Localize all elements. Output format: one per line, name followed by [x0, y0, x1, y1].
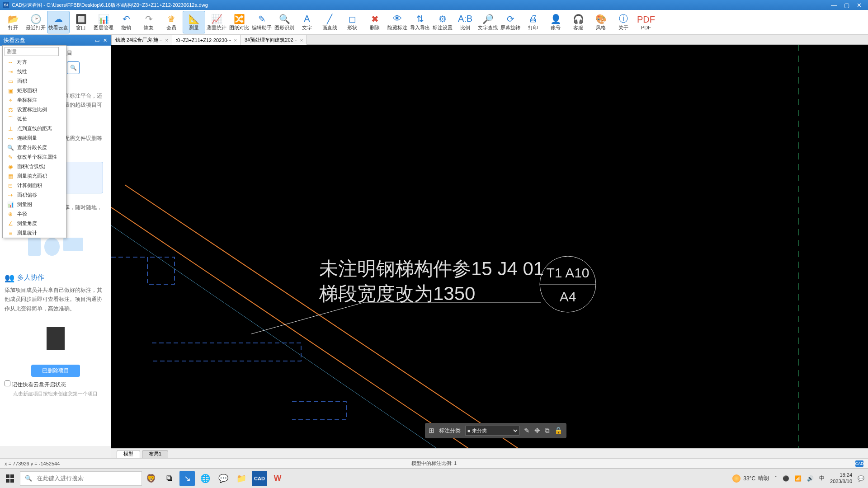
dropdown-item[interactable]: 📊测量图	[3, 200, 66, 209]
toolbar-recognize[interactable]: 🔍图形识别	[273, 11, 296, 33]
toolbar-support[interactable]: 🎧客服	[567, 11, 590, 33]
dropdown-item[interactable]: ⇢面积偏移	[3, 190, 66, 200]
deleted-projects-button[interactable]: 已删除项目	[31, 365, 80, 377]
redo-icon: ↷	[145, 14, 153, 24]
remember-checkbox[interactable]: 记住快看云盘开启状态	[5, 381, 66, 388]
dropdown-item[interactable]: ▣矩形面积	[3, 86, 66, 95]
taskview-icon[interactable]: ⧉	[161, 471, 177, 486]
dropdown-item[interactable]: ≡测量统计	[3, 228, 66, 238]
dropdown-item-icon: ✎	[7, 154, 14, 160]
taskbar-explorer[interactable]: 📁	[234, 471, 249, 486]
dropdown-item[interactable]: ⊟计算侧面积	[3, 181, 66, 190]
dropdown-item[interactable]: ⇥线性	[3, 67, 66, 76]
dropdown-item[interactable]: ▦测量填充面积	[3, 171, 66, 181]
toolbar-about[interactable]: ⓘ关于	[612, 11, 635, 33]
dropdown-item[interactable]: ⌒弧长	[3, 114, 66, 124]
print-icon: 🖨	[528, 14, 538, 24]
toolbar-compare[interactable]: 🔀图纸对比	[228, 11, 250, 33]
dropdown-filter-input[interactable]	[5, 47, 59, 56]
dropdown-item[interactable]: ↔对齐	[3, 57, 66, 67]
toolbar-scale[interactable]: A:B比例	[454, 11, 476, 33]
tray-notifications-icon[interactable]: 💬	[858, 475, 864, 482]
tray-ime[interactable]: 中	[819, 474, 825, 482]
toolbar-rotate[interactable]: ⟳屏幕旋转	[499, 11, 522, 33]
toolbar-layers[interactable]: 📊图层管理	[92, 11, 115, 33]
dropdown-item[interactable]: ▭面积	[3, 76, 66, 86]
toolbar-pdf[interactable]: PDFPDF	[635, 11, 657, 33]
toolbar-vip[interactable]: ♛会员	[160, 11, 183, 33]
toolbar-style[interactable]: 🎨风格	[590, 11, 612, 33]
dropdown-item-icon: ∠	[7, 221, 14, 227]
toolbar-find[interactable]: 🔎文字查找	[476, 11, 499, 33]
tray-chevron-icon[interactable]: ˄	[774, 475, 777, 482]
search-button[interactable]: 🔍	[67, 61, 80, 74]
toolbar-redo[interactable]: ↷恢复	[137, 11, 160, 33]
taskbar-search[interactable]: 🔍在此键入进行搜索	[20, 471, 142, 486]
toolbar-undo[interactable]: ↶撤销	[115, 11, 137, 33]
taskbar-cad[interactable]: CAD	[252, 471, 267, 486]
toolbar-account[interactable]: 👤账号	[544, 11, 567, 33]
copy-icon[interactable]: ⧉	[545, 427, 550, 435]
toolbar-mstats[interactable]: 📈测量统计	[205, 11, 228, 33]
dropdown-item[interactable]: ↝连续测量	[3, 133, 66, 143]
tray-volume-icon[interactable]: 🔊	[807, 475, 814, 482]
panel-close-icon[interactable]: ✕	[103, 38, 107, 43]
document-tab[interactable]: 3#预处理车间建筑202···×	[241, 35, 307, 45]
weather-widget[interactable]: 33°C 晴朗	[732, 474, 769, 483]
tab-model[interactable]: 模型	[117, 450, 140, 458]
annotation-category-select[interactable]: ■ 未分类	[465, 426, 519, 436]
illustration-3	[5, 316, 106, 361]
tab-layout1[interactable]: 布局1	[142, 450, 168, 458]
taskbar-edge[interactable]: 🌐	[198, 471, 213, 486]
taskbar-app-1[interactable]: ↘	[179, 471, 195, 486]
close-button[interactable]: ✕	[857, 2, 862, 9]
toolbar-measure[interactable]: 📐测量	[183, 11, 205, 33]
dropdown-item[interactable]: ◉面积(含弧线)	[3, 162, 66, 171]
toolbar-delete[interactable]: ✖删除	[363, 11, 386, 33]
tray-network-icon[interactable]: ⚫	[783, 475, 789, 482]
tab-close-icon[interactable]: ×	[165, 38, 168, 43]
annotation-floatbar[interactable]: ⊞ 标注分类 ■ 未分类 ✎ ✥ ⧉ 🔒	[425, 423, 566, 438]
toolbar-shape[interactable]: ◻形状	[341, 11, 363, 33]
document-tab[interactable]: 钱塘·2#综合厂房·施···×	[111, 35, 172, 45]
dropdown-item[interactable]: ⊕半径	[3, 209, 66, 219]
toolbar-edit[interactable]: ✎编辑助手	[250, 11, 273, 33]
drawing-canvas[interactable]: 未注明钢梯构件参15 J4 01 梯段宽度改为1350 T1 A10 A4	[111, 45, 868, 448]
dropdown-item[interactable]: ✎修改单个标注属性	[3, 152, 66, 162]
grid-icon[interactable]: ⊞	[429, 427, 434, 435]
toolbar-text[interactable]: A文字	[296, 11, 318, 33]
toolbar-window[interactable]: 🔲窗口	[70, 11, 92, 33]
document-tab[interactable]: :0~Z3+Z11+Z12-20230···×	[172, 35, 241, 45]
dropdown-item[interactable]: ⚖设置标注比例	[3, 105, 66, 114]
edit-icon[interactable]: ✎	[524, 427, 530, 435]
minimize-button[interactable]: —	[831, 2, 837, 9]
taskbar-wps[interactable]: W	[270, 471, 285, 486]
taskbar-lion-icon[interactable]: 🦁	[143, 471, 159, 486]
toolbar-io[interactable]: ⇅导入导出	[409, 11, 431, 33]
dropdown-item[interactable]: ∠测量角度	[3, 219, 66, 228]
dropdown-item[interactable]: 🔍查看分段长度	[3, 143, 66, 152]
toolbar-cloud[interactable]: ☁快看云盘	[47, 11, 70, 33]
tray-wifi-icon[interactable]: 📶	[795, 475, 802, 482]
start-button[interactable]	[0, 469, 20, 488]
bubble-top: T1 A10	[546, 265, 589, 280]
dropdown-item[interactable]: ⌖坐标标注	[3, 95, 66, 105]
toolbar-print[interactable]: 🖨打印	[522, 11, 544, 33]
maximize-button[interactable]: ▢	[844, 2, 849, 9]
tab-close-icon[interactable]: ×	[234, 38, 237, 43]
measure-dropdown[interactable]: ↔对齐⇥线性▭面积▣矩形面积⌖坐标标注⚖设置标注比例⌒弧长⊥点到直线的距离↝连续…	[2, 45, 66, 238]
toolbar-hide[interactable]: 👁隐藏标注	[386, 11, 409, 33]
toolbar-recent[interactable]: 🕑最近打开	[24, 11, 47, 33]
toolbar-open[interactable]: 📂打开	[2, 11, 24, 33]
panel-pin-icon[interactable]: ▭	[95, 38, 99, 43]
dropdown-item[interactable]: ⊥点到直线的距离	[3, 124, 66, 133]
move-icon[interactable]: ✥	[534, 427, 540, 435]
dropdown-item-icon: ⊟	[7, 183, 14, 189]
toolbar-line[interactable]: ╱画直线	[318, 11, 341, 33]
tray-clock[interactable]: 18:242023/8/10	[830, 472, 852, 484]
lock-icon[interactable]: 🔒	[554, 427, 563, 435]
toolbar-mset[interactable]: ⚙标注设置	[431, 11, 454, 33]
tab-close-icon[interactable]: ×	[300, 38, 303, 43]
delete-icon: ✖	[371, 14, 379, 24]
taskbar-wechat[interactable]: 💬	[216, 471, 231, 486]
